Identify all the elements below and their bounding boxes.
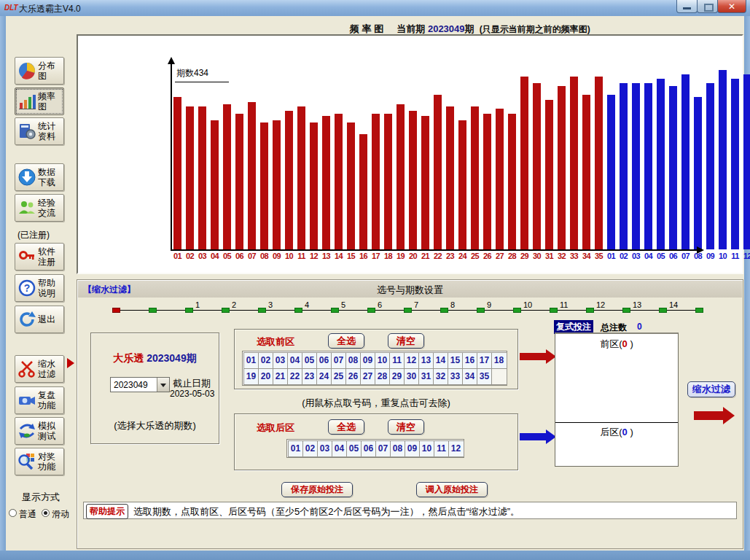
sidebar-button-exchange[interactable]: 经验交流 [15,194,64,222]
sidebar-button-replay[interactable]: 复盘功能 [15,386,64,414]
back-clear-button[interactable]: 清空 [388,419,424,435]
front-number-cell[interactable]: 19 [243,368,259,385]
front-number-cell[interactable]: 16 [462,352,478,369]
shrink-filter-button[interactable]: 缩水过滤 [687,381,735,397]
slider-mark[interactable] [112,308,120,313]
front-number-cell[interactable]: 13 [418,352,434,369]
back-number-cell[interactable]: 10 [419,440,435,457]
back-number-cell[interactable]: 11 [434,440,450,457]
slider-mark[interactable] [622,308,630,313]
front-number-cell[interactable]: 33 [448,368,464,385]
radio-normal-label[interactable]: 普通 [19,508,36,521]
slider-mark[interactable] [404,308,412,313]
front-number-cell[interactable]: 24 [316,368,332,385]
slider-mark[interactable] [258,308,266,313]
slider-mark-label: 6 [378,300,382,309]
sidebar-button-statistics[interactable]: 统计资料 [15,117,64,145]
back-number-cell[interactable]: 12 [448,440,464,457]
front-number-cell[interactable]: 14 [433,352,449,369]
radio-normal[interactable] [9,509,17,517]
front-number-cell[interactable]: 29 [389,368,405,385]
front-number-cell[interactable]: 06 [316,352,332,369]
sidebar-button-frequency[interactable]: 频率图 [15,88,64,115]
front-number-cell[interactable]: 09 [360,352,376,369]
slider-mark[interactable] [659,308,667,313]
slider-mark[interactable] [513,308,521,313]
radio-sliding[interactable] [42,509,50,517]
back-number-cell[interactable]: 08 [390,440,406,457]
slider-mark[interactable] [440,308,448,313]
slider-mark[interactable] [222,308,230,313]
minimize-button[interactable] [676,0,698,13]
bar [223,104,231,249]
front-number-cell[interactable]: 07 [331,352,347,369]
sidebar-button-simulate[interactable]: 模拟测试 [15,417,64,445]
front-number-cell[interactable]: 34 [462,368,478,385]
slider-mark[interactable] [550,308,558,313]
back-number-cell[interactable]: 01 [288,440,304,457]
back-number-cell[interactable]: 03 [317,440,333,457]
sidebar-button-download[interactable]: 数据下载 [15,163,64,191]
front-number-cell[interactable]: 05 [302,352,318,369]
front-number-cell[interactable]: 08 [345,352,362,369]
radio-sliding-label[interactable]: 滑动 [52,508,69,521]
slider-mark[interactable] [477,308,485,313]
slider-mark[interactable] [367,308,375,313]
front-number-cell[interactable]: 30 [404,368,420,385]
chevron-down-icon[interactable] [157,378,169,392]
slider-mark[interactable] [149,308,157,313]
front-number-cell[interactable]: 02 [258,352,274,369]
front-number-cell[interactable]: 25 [331,368,347,385]
y-axis [171,64,172,250]
close-button[interactable]: ✕ [717,0,746,13]
slider-mark[interactable] [185,308,193,313]
load-original-bets-button[interactable]: 调入原始投注 [416,482,488,497]
front-number-cell[interactable]: 35 [477,368,493,385]
front-zone-box: 选取前区 全选 清空 01020304050607080910111213141… [234,329,518,389]
back-select-all-button[interactable]: 全选 [328,419,364,435]
front-select-all-button[interactable]: 全选 [328,333,364,349]
back-number-cell[interactable]: 09 [405,440,421,457]
back-number-cell[interactable]: 07 [375,440,391,457]
front-number-cell[interactable]: 22 [287,368,303,385]
period-dropdown[interactable]: 2023049 [110,377,170,392]
front-number-cell[interactable]: 32 [433,368,449,385]
bar [186,106,194,249]
sidebar-button-exit[interactable]: 退出 [15,306,64,333]
sidebar-button-prize[interactable]: 对奖功能 [15,448,64,475]
slider-mark[interactable] [586,308,594,313]
period-slider[interactable]: 1234567891011121314 [77,280,743,321]
bar [496,109,504,249]
slider-mark[interactable] [695,308,703,313]
title-bar[interactable]: DLT 大乐透霸主V4.0 ✕ [0,0,750,17]
save-original-bets-button[interactable]: 保存原始投注 [281,482,353,497]
front-number-cell[interactable]: 11 [389,352,405,369]
back-number-cell[interactable]: 05 [346,440,362,457]
front-number-cell[interactable]: 20 [258,368,274,385]
slider-mark[interactable] [294,308,302,313]
sidebar-button-register[interactable]: 软件注册 [15,243,64,271]
sidebar-button-help[interactable]: ? 帮助说明 [15,274,64,302]
front-number-cell[interactable]: 27 [360,368,376,385]
front-number-cell[interactable]: 21 [273,368,289,385]
front-number-cell[interactable]: 28 [375,368,391,385]
front-number-cell[interactable]: 26 [345,368,362,385]
front-number-cell[interactable]: 23 [302,368,318,385]
maximize-button[interactable] [697,0,718,13]
back-number-cell[interactable]: 06 [361,440,377,457]
front-number-cell[interactable]: 18 [491,352,507,369]
front-number-cell[interactable]: 10 [375,352,391,369]
front-number-cell[interactable]: 15 [448,352,464,369]
front-number-cell[interactable]: 12 [404,352,420,369]
slider-mark[interactable] [331,308,339,313]
front-number-cell[interactable]: 31 [418,368,434,385]
sidebar-button-shrink[interactable]: 缩水过滤 [15,355,64,383]
back-number-cell[interactable]: 02 [302,440,319,457]
sidebar-button-distribution[interactable]: 分布图 [15,57,64,85]
front-clear-button[interactable]: 清空 [388,333,424,349]
front-number-cell[interactable]: 01 [243,352,259,369]
front-number-cell[interactable]: 03 [273,352,289,369]
front-number-cell[interactable]: 04 [287,352,303,369]
front-number-cell[interactable]: 17 [477,352,493,369]
back-number-cell[interactable]: 04 [332,440,348,457]
